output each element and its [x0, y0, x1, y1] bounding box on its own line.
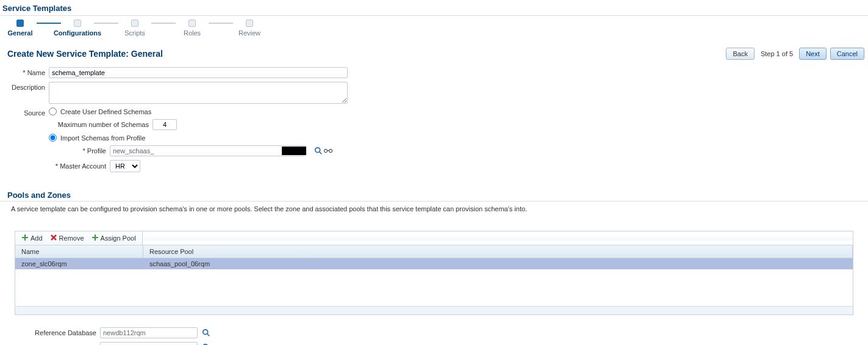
cell-resource-pool: schaas_pool_06rqm — [143, 258, 853, 269]
wizard-box-icon — [188, 20, 196, 27]
next-button[interactable]: Next — [799, 48, 827, 60]
description-textarea[interactable] — [49, 82, 348, 104]
svg-point-4 — [203, 330, 208, 335]
shared-location-search-icon[interactable] — [201, 343, 211, 345]
reference-database-search-icon[interactable] — [201, 328, 211, 338]
cancel-button[interactable]: Cancel — [830, 48, 864, 60]
button-bar: Back Step 1 of 5 Next Cancel — [726, 48, 864, 60]
reference-database-label: Reference Database — [15, 329, 100, 336]
step-indicator: Step 1 of 5 — [758, 50, 795, 57]
wizard-step-configurations[interactable]: Configurations — [61, 20, 94, 37]
wizard-step-review[interactable]: Review — [233, 20, 266, 37]
svg-point-2 — [324, 149, 327, 152]
wizard-train: General Configurations Scripts Roles Rev… — [0, 16, 868, 42]
name-label: Name — [6, 67, 49, 76]
cell-name: zone_slc06rqm — [15, 258, 143, 269]
wizard-connector — [151, 23, 176, 24]
source-user-defined-label: Create User Defined Schemas — [60, 108, 151, 115]
wizard-connector — [94, 23, 118, 24]
shared-location-input[interactable] — [100, 342, 198, 345]
svg-point-3 — [329, 149, 332, 152]
profile-input[interactable] — [110, 145, 305, 156]
page-title: Service Templates — [0, 0, 868, 15]
description-label: Description — [6, 82, 49, 91]
back-button[interactable]: Back — [726, 48, 754, 60]
profile-label: Profile — [49, 147, 110, 154]
svg-line-5 — [207, 334, 210, 336]
wizard-connector — [37, 23, 61, 24]
plus-icon — [91, 234, 99, 242]
wizard-step-scripts[interactable]: Scripts — [118, 20, 151, 37]
column-header-name[interactable]: Name — [15, 245, 143, 258]
reference-database-input[interactable] — [100, 327, 198, 338]
wizard-connector — [209, 23, 233, 24]
column-header-resource-pool[interactable]: Resource Pool — [143, 245, 853, 258]
table-footer — [15, 306, 853, 314]
section-title: Create New Service Template: General — [7, 49, 163, 59]
pools-zones-table: Add Remove Assign Pool Name Resource Poo… — [15, 231, 853, 315]
wizard-step-roles[interactable]: Roles — [176, 20, 209, 37]
name-input[interactable] — [49, 67, 348, 78]
wizard-box-icon — [131, 20, 138, 27]
add-button[interactable]: Add — [21, 234, 43, 242]
remove-button[interactable]: Remove — [50, 234, 84, 242]
source-import-profile-radio[interactable] — [49, 134, 57, 142]
max-schemas-input[interactable] — [152, 119, 177, 130]
wizard-box-icon — [246, 20, 253, 27]
wizard-box-icon — [16, 20, 24, 27]
profile-search-icon[interactable] — [314, 146, 323, 156]
source-user-defined-radio[interactable] — [49, 107, 57, 115]
svg-line-1 — [320, 152, 322, 154]
master-account-label: Master Account — [49, 162, 110, 170]
pools-zones-desc: A service template can be configured to … — [0, 202, 868, 216]
table-row[interactable]: zone_slc06rqm schaas_pool_06rqm — [15, 258, 853, 269]
empty-table-area — [15, 269, 853, 306]
source-label: Source — [6, 107, 49, 117]
master-account-select[interactable]: HR — [110, 160, 140, 172]
plus-icon — [21, 234, 29, 242]
profile-view-icon[interactable] — [323, 146, 333, 156]
max-schemas-label: Maximum number of Schemas — [49, 121, 152, 128]
svg-point-0 — [315, 148, 320, 153]
x-icon — [50, 234, 57, 242]
wizard-step-general[interactable]: General — [4, 20, 37, 37]
assign-pool-button[interactable]: Assign Pool — [91, 234, 136, 242]
wizard-box-icon — [74, 20, 81, 27]
redacted-region — [282, 147, 306, 155]
source-import-profile-label: Import Schemas from Profile — [60, 134, 145, 142]
pools-zones-title: Pools and Zones — [0, 183, 868, 202]
